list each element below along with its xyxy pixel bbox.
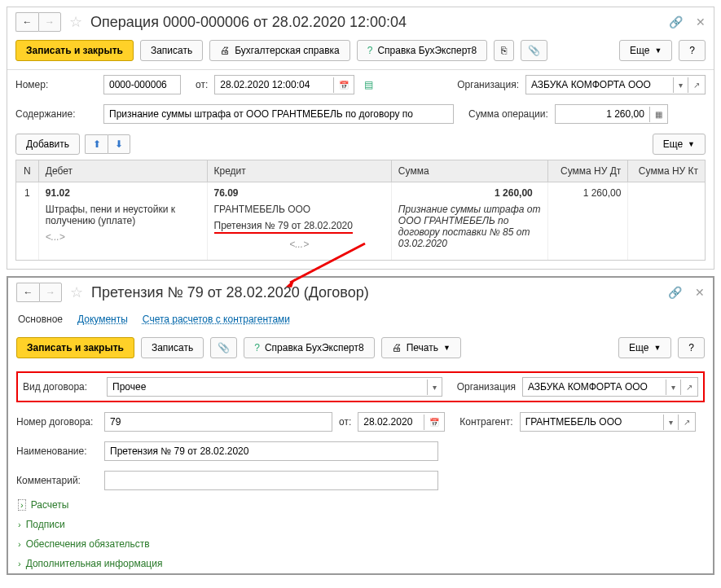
debit-desc: Штрафы, пени и неустойки к получению (уп…	[46, 204, 200, 226]
counterparty-dropdown[interactable]: ▾	[663, 415, 678, 430]
expand-extra-label: Дополнительная информация	[26, 558, 163, 569]
org-dropdown-icon[interactable]: ▾	[673, 77, 688, 93]
expand-calculations[interactable]: ›Расчеты	[8, 495, 713, 515]
save-close-button[interactable]: Записать и закрыть	[15, 40, 134, 61]
contract-type-dropdown[interactable]: ▾	[427, 380, 442, 395]
add-row-button[interactable]: Добавить	[15, 134, 80, 155]
calendar-icon-2[interactable]: 📅	[424, 415, 444, 430]
contract-num-label: Номер договора:	[16, 416, 98, 428]
credit-account: 76.09	[214, 187, 385, 199]
tab-main[interactable]: Основное	[18, 314, 63, 327]
help-button[interactable]: ?	[679, 40, 706, 61]
link-icon[interactable]: 🔗	[669, 15, 683, 29]
chevron-down-icon: ▼	[443, 344, 451, 352]
print-button[interactable]: 🖨Печать ▼	[381, 337, 461, 358]
tab-accounts[interactable]: Счета расчетов с контрагентами	[143, 314, 290, 327]
save-close-button-2[interactable]: Записать и закрыть	[16, 337, 134, 358]
more-button-2[interactable]: Еще ▼	[618, 337, 671, 358]
link-icon-2[interactable]: 🔗	[668, 286, 682, 299]
favorite-star-icon-2[interactable]: ☆	[70, 283, 83, 301]
counterparty-open[interactable]: ↗	[678, 415, 695, 430]
save-button-2[interactable]: Записать	[141, 337, 204, 358]
credit-claim-link[interactable]: Претензия № 79 от 28.02.2020	[214, 220, 353, 234]
col-n-header: N	[16, 160, 39, 182]
tree-view-button[interactable]: ⎘	[494, 40, 514, 61]
attachment-button[interactable]: 📎	[521, 40, 547, 61]
expand-sign-label: Подписи	[26, 519, 65, 530]
expand-calc-label: Расчеты	[31, 499, 69, 511]
move-down-button[interactable]: ⬇	[108, 134, 130, 154]
content-input[interactable]	[103, 104, 454, 124]
move-up-button[interactable]: ⬆	[85, 134, 108, 154]
help-ref-button[interactable]: ?Справка БухЭксперт8	[357, 40, 487, 61]
debit-placeholder: <...>	[46, 231, 200, 243]
save-button[interactable]: Записать	[140, 40, 203, 61]
number-input[interactable]	[103, 75, 181, 94]
nukt-value	[628, 182, 705, 260]
chevron-right-icon: ›	[18, 539, 21, 549]
chevron-down-icon: ▼	[653, 344, 661, 352]
tab-documents[interactable]: Документы	[77, 314, 128, 327]
accounting-ref-button[interactable]: 🖨Бухгалтерская справка	[209, 40, 350, 61]
chevron-right-icon: ›	[18, 520, 21, 529]
org-input[interactable]	[526, 76, 673, 94]
org-dropdown-2[interactable]: ▾	[666, 380, 680, 395]
counterparty-label: Контрагент:	[459, 416, 512, 428]
forward-button[interactable]: →	[38, 12, 61, 32]
print-label: Печать	[407, 342, 438, 353]
calendar-icon[interactable]: 📅	[333, 77, 354, 93]
help-ref-label-2: Справка БухЭксперт8	[265, 342, 364, 353]
contract-num-input[interactable]	[104, 412, 332, 432]
comment-input[interactable]	[104, 471, 438, 490]
contract-date-input[interactable]	[358, 413, 424, 431]
org-open-2[interactable]: ↗	[680, 380, 697, 395]
back-button[interactable]: ←	[15, 12, 38, 32]
calc-icon[interactable]: ▦	[649, 107, 667, 122]
printer-icon: 🖨	[220, 45, 230, 56]
contract-type-input[interactable]	[108, 378, 427, 396]
name-input[interactable]	[104, 441, 438, 461]
table-more-button[interactable]: Еще ▼	[653, 134, 706, 155]
more-label-2: Еще	[629, 342, 648, 353]
expand-extra[interactable]: ›Дополнительная информация	[8, 554, 713, 573]
stamp-icon[interactable]: ▤	[364, 79, 373, 90]
org-input-2[interactable]	[523, 378, 666, 396]
attachment-button-2[interactable]: 📎	[210, 337, 237, 358]
contract-type-label: Вид договора:	[23, 381, 100, 393]
from-label-2: от:	[339, 416, 351, 428]
chevron-right-icon: ›	[18, 559, 21, 568]
date-input[interactable]	[215, 76, 333, 94]
sum-op-label: Сумма операции:	[468, 108, 548, 120]
red-arrow-connector	[284, 242, 381, 291]
close-icon[interactable]: ✕	[696, 15, 706, 29]
number-label: Номер:	[15, 79, 97, 90]
svg-marker-1	[286, 279, 295, 287]
col-credit-header: Кредит	[208, 160, 392, 182]
from-label: от:	[196, 79, 208, 90]
help-ref-label: Справка БухЭксперт8	[377, 45, 477, 56]
favorite-star-icon[interactable]: ☆	[69, 13, 82, 31]
debit-account: 91.02	[46, 187, 200, 199]
svg-line-0	[290, 244, 365, 283]
counterparty-input[interactable]	[521, 413, 663, 431]
more-button[interactable]: Еще ▼	[619, 40, 672, 61]
chevron-down-icon: ▼	[654, 46, 662, 55]
help-ref-button-2[interactable]: ?Справка БухЭксперт8	[244, 337, 374, 358]
chevron-down-icon: ▼	[688, 140, 695, 148]
col-nudt-header: Сумма НУ Дт	[548, 160, 629, 182]
sum-value: 1 260,00	[398, 187, 541, 199]
question-icon: ?	[367, 45, 373, 56]
chevron-right-icon: ›	[18, 499, 26, 511]
col-nukt-header: Сумма НУ Кт	[628, 160, 705, 182]
back-button-2[interactable]: ←	[16, 283, 39, 302]
row-n: 1	[16, 182, 39, 260]
nudt-value: 1 260,00	[548, 182, 629, 260]
close-icon-2[interactable]: ✕	[695, 286, 705, 299]
col-sum-header: Сумма	[392, 160, 548, 182]
help-button-2[interactable]: ?	[678, 337, 705, 358]
org-open-icon[interactable]: ↗	[688, 77, 705, 93]
expand-securities[interactable]: ›Обеспечения обязательств	[8, 534, 713, 554]
sum-op-input[interactable]	[556, 105, 649, 123]
forward-button-2[interactable]: →	[39, 283, 62, 302]
expand-signatures[interactable]: ›Подписи	[8, 515, 713, 534]
